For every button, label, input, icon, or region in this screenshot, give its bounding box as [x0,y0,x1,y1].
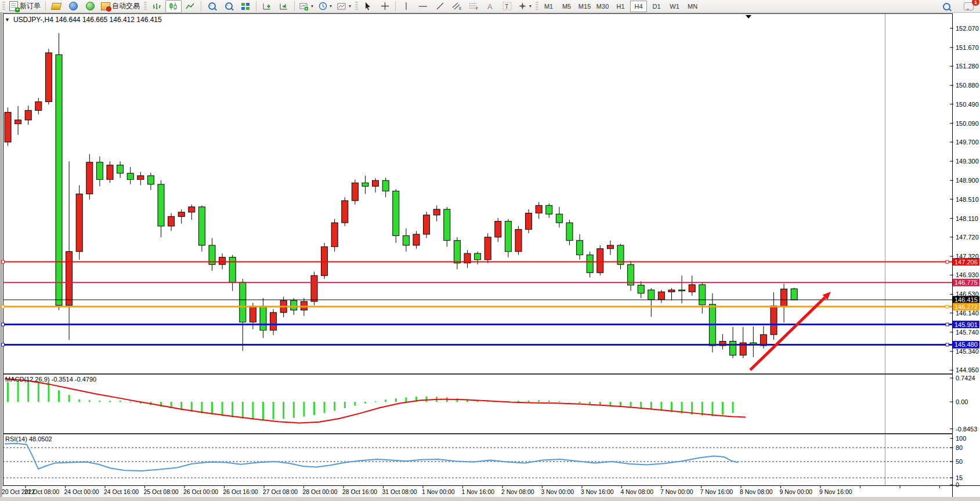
zoom-out-icon [225,2,233,10]
svg-text:0.7424: 0.7424 [956,375,975,382]
svg-text:A: A [487,2,493,10]
svg-text:3 Nov 16:00: 3 Nov 16:00 [581,488,614,495]
horizontal-line-button[interactable] [415,0,431,13]
arrows-button[interactable]: ▾ [516,0,534,13]
market-button[interactable] [48,0,64,13]
equidistant-channel-icon: E [452,2,462,10]
svg-text:145.740: 145.740 [956,329,979,336]
chart-title: USDJPY-,H4 146.644 146.665 146.412 146.4… [13,16,162,24]
autoscroll-button[interactable] [259,0,275,13]
svg-text:3 Nov 00:00: 3 Nov 00:00 [541,488,574,495]
trendline-button[interactable] [432,0,448,13]
autotrading-label: 自动交易 [112,1,140,11]
text-icon: A [486,2,494,10]
svg-text:150.490: 150.490 [956,101,979,108]
svg-text:144.950: 144.950 [956,366,979,373]
svg-text:26 Oct 00:00: 26 Oct 00:00 [183,488,218,495]
timeframe-D1[interactable]: D1 [648,1,665,12]
equidistant-channel-button[interactable]: E [449,0,465,13]
svg-text:146.530: 146.530 [956,291,979,297]
new-order-label: 新订单 [20,1,41,11]
svg-text:9 Nov 00:00: 9 Nov 00:00 [780,488,813,495]
new-order-icon: + [9,1,18,11]
zoom-out-button[interactable] [220,0,237,13]
timeframe-MN[interactable]: MN [684,1,701,12]
chevron-down-icon: ▾ [529,3,531,9]
bar-chart-button[interactable] [149,0,165,13]
text-label-icon: T [502,2,512,10]
chart-shift-button[interactable] [276,0,292,13]
timeframe-M1[interactable]: M1 [540,1,557,12]
fibonacci-icon: F [469,2,479,10]
market-icon [51,3,62,10]
fibonacci-button[interactable]: F [465,0,482,13]
new-order-button[interactable]: + 新订单 [7,0,43,13]
new-chart-button[interactable]: ▾ [297,0,316,13]
svg-text:150.090: 150.090 [956,120,979,127]
cursor-icon [364,2,372,10]
timeframe-W1[interactable]: W1 [666,1,683,12]
svg-text:F: F [476,6,478,10]
clock-icon [319,2,327,10]
svg-text:152.070: 152.070 [956,25,979,32]
zoom-in-button[interactable] [204,0,220,13]
svg-text:28 Oct 16:00: 28 Oct 16:00 [342,488,377,495]
candlestick-chart-button[interactable] [165,0,182,13]
svg-text:100: 100 [956,435,966,442]
svg-text:151.280: 151.280 [956,63,979,70]
svg-text:146.775: 146.775 [954,279,978,286]
chat-button[interactable]: 1 [960,0,977,13]
svg-text:E: E [459,6,462,10]
profiles-button[interactable]: ▾ [316,0,334,13]
signals-button[interactable] [82,0,98,13]
rsi-indicator-label: RSI(14) 48.0502 [5,435,52,442]
svg-text:1 Nov 16:00: 1 Nov 16:00 [462,488,495,495]
svg-text:0: 0 [956,481,959,488]
arrows-icon [518,2,527,10]
trendline-icon [436,2,444,10]
svg-text:25 Oct 08:00: 25 Oct 08:00 [144,488,179,495]
autotrading-button[interactable]: 自动交易 [99,0,142,13]
chevron-down-icon: ▾ [349,3,351,9]
search-button[interactable] [938,0,954,13]
tile-windows-button[interactable] [237,0,254,13]
svg-text:150.880: 150.880 [956,82,979,89]
timeframe-M30[interactable]: M30 [594,1,611,12]
timeframe-M5[interactable]: M5 [558,1,575,12]
svg-text:0.00: 0.00 [956,398,968,405]
collapse-toggle-icon[interactable]: ▼ [5,17,10,23]
svg-text:4 Nov 08:00: 4 Nov 08:00 [621,488,654,495]
chart-canvas[interactable]: 147.206146.775146.415146.272145.901145.4… [0,13,980,501]
macd-indicator-label: MACD(12,26,9) -0.3514 -0.4790 [5,376,96,383]
timeframe-H4[interactable]: H4 [630,1,647,12]
svg-text:21 Oct 08:00: 21 Oct 08:00 [24,488,59,495]
svg-text:148.900: 148.900 [956,177,979,184]
svg-text:26 Oct 16:00: 26 Oct 16:00 [223,488,258,495]
line-chart-button[interactable] [182,0,198,13]
templates-button[interactable]: ▾ [335,0,353,13]
text-button[interactable]: A [482,0,498,13]
svg-text:151.670: 151.670 [956,44,979,51]
crosshair-icon [381,2,389,10]
timeframe-H1[interactable]: H1 [612,1,629,12]
tile-windows-icon [241,2,250,10]
svg-text:145.480: 145.480 [954,341,978,348]
timeframe-M15[interactable]: M15 [576,1,593,12]
bar-chart-icon [152,2,161,10]
community-button[interactable] [65,0,81,13]
svg-text:31 Oct 08:00: 31 Oct 08:00 [382,488,417,495]
vertical-line-icon [403,2,410,10]
svg-text:2 Nov 08:00: 2 Nov 08:00 [501,488,534,495]
svg-text:146.140: 146.140 [956,310,979,317]
text-label-button[interactable]: T [499,0,515,13]
svg-text:24 Oct 16:00: 24 Oct 16:00 [104,488,139,495]
toolbar: + 新订单 自动交易 ▾ ▾ ▾ [0,0,980,13]
vertical-line-button[interactable] [398,0,414,13]
autotrading-icon [101,2,110,10]
zoom-in-icon [208,2,216,10]
candlestick-chart-icon [169,2,178,10]
crosshair-button[interactable] [377,0,393,13]
line-chart-icon [186,2,195,10]
autoscroll-icon [262,2,272,10]
cursor-button[interactable] [360,0,376,13]
